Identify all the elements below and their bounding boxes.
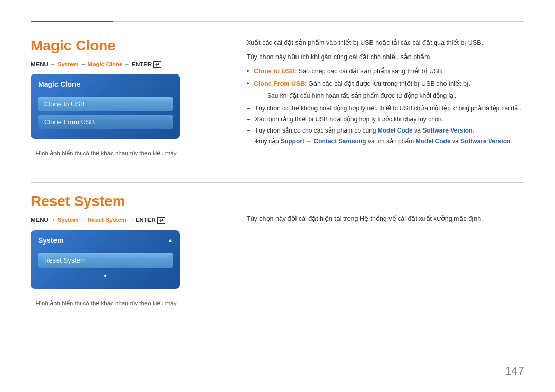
enter-icon2: ↵ — [157, 217, 165, 224]
reset-system-title: Reset System — [31, 193, 226, 210]
enter-icon: ↵ — [153, 61, 161, 68]
clone-to-usb-item[interactable]: Clone to USB — [38, 97, 173, 111]
extra-sublist: Tùy chọn có thể không hoạt động hợp lý n… — [247, 104, 524, 146]
reset-link: Reset System — [88, 217, 126, 223]
sub3: Xác định rằng thiết bị USB hoạt động hợp… — [247, 115, 524, 124]
sub2: Tùy chọn có thể không hoạt động hợp lý n… — [247, 104, 524, 114]
reset-system-item[interactable]: Reset System — [38, 253, 173, 268]
sub5: Truy cập Support → Contact Samsung và tì… — [255, 137, 524, 146]
sub5-prefix: Truy cập — [255, 138, 281, 145]
clone-to-usb-text: : Sao chép các cài đặt sản phẩm sang thi… — [295, 68, 444, 75]
divider-light — [113, 21, 524, 22]
arrow4: → — [128, 217, 136, 223]
divider-dark — [31, 21, 113, 22]
magic-clone-left: Magic Clone MENU → System → Magic Clone … — [31, 38, 226, 157]
magic-clone-box-title: Magic Clone — [38, 80, 173, 91]
sub4-and: và — [413, 127, 422, 134]
sub4-end: . — [473, 127, 474, 134]
top-dividers — [31, 21, 524, 22]
magic-clone-right: Xuất các cài đặt sản phẩm vào thiết bị U… — [247, 38, 524, 157]
sub5-arrow: → — [304, 138, 314, 145]
arrow2: → — [124, 61, 132, 67]
clone-from-usb-text: : Gán các cài đặt được lưu trong thiết b… — [305, 80, 470, 87]
magic-clone-section: Magic Clone MENU → System → Magic Clone … — [31, 38, 524, 157]
reset-system-menu-box: System ▲ Reset System ▼ — [31, 230, 180, 289]
bullet-clone-from-usb: Clone From USB: Gán các cài đặt được lưu… — [247, 79, 524, 101]
clone-from-usb-item[interactable]: Clone From USB — [38, 115, 173, 129]
sub5-dot: . — [510, 138, 512, 145]
sub4: Tùy chọn sẵn có cho các sản phẩm có cùng… — [247, 126, 524, 136]
sub5-support: Support — [281, 138, 304, 145]
sub4-model: Model Code — [378, 127, 413, 134]
down-arrow-icon: ▼ — [38, 272, 173, 279]
magic-clone-menu-box: Magic Clone Clone to USB Clone From USB — [31, 74, 180, 139]
reset-system-note: – Hình ảnh hiển thị có thể khác nhau tùy… — [31, 295, 180, 307]
reset-system-menu-path: MENU → System → Reset System → ENTER ↵ — [31, 217, 226, 223]
sub4-software: Software Version — [422, 127, 472, 134]
menu-label: MENU — [31, 61, 48, 67]
sub5-software2: Software Version — [460, 138, 510, 145]
system-link2: System — [58, 217, 79, 223]
reset-system-left: Reset System MENU → System → Reset Syste… — [31, 193, 226, 306]
magic-clone-title: Magic Clone — [31, 38, 226, 54]
clone-from-usb-label: Clone From USB — [254, 80, 305, 87]
reset-system-section: Reset System MENU → System → Reset Syste… — [31, 193, 524, 306]
section-divider — [31, 182, 524, 183]
menu-sep2: → — [50, 217, 58, 223]
up-arrow-icon: ▲ — [168, 237, 173, 243]
magic-clone-note: – Hình ảnh hiển thị có thể khác nhau tùy… — [31, 145, 180, 157]
system-box-title: System ▲ — [38, 236, 173, 248]
sub4-prefix1: Tùy chọn sẵn có cho các sản phẩm có cùng — [255, 127, 378, 134]
magic-clone-menu-path: MENU → System → Magic Clone → ENTER ↵ — [31, 61, 226, 68]
sub1: Sau khi đặt cấu hình hoàn tất, sản phẩm … — [259, 91, 524, 101]
enter-label2: ENTER — [136, 217, 156, 223]
arrow1: → — [80, 61, 88, 67]
magic-clone-desc2: Tùy chọn này hữu ích khi gán cùng cài đặ… — [247, 52, 524, 62]
reset-system-desc: Tùy chọn này đổi cài đặt hiện tại trong … — [247, 214, 524, 224]
reset-system-right: Tùy chọn này đổi cài đặt hiện tại trong … — [247, 193, 524, 306]
clone-from-usb-sublist: Sau khi đặt cấu hình hoàn tất, sản phẩm … — [259, 91, 524, 101]
magic-clone-bullets: Clone to USB: Sao chép các cài đặt sản p… — [247, 66, 524, 101]
bullet-clone-to-usb: Clone to USB: Sao chép các cài đặt sản p… — [247, 66, 524, 77]
page-number: 147 — [505, 364, 524, 378]
clone-to-usb-label: Clone to USB — [254, 68, 295, 75]
enter-label: ENTER — [132, 61, 152, 67]
system-link: System — [58, 61, 79, 67]
sub5-contact: Contact Samsung — [314, 138, 366, 145]
magic-clone-desc1: Xuất các cài đặt sản phẩm vào thiết bị U… — [247, 38, 524, 48]
menu-separator: → — [50, 61, 58, 67]
sub5-model: Model Code — [416, 138, 451, 145]
menu-label2: MENU — [31, 217, 48, 223]
sub5-text: và tìm sản phẩm — [366, 138, 416, 145]
magic-clone-link: Magic Clone — [88, 61, 123, 67]
sub5-and: và — [451, 138, 460, 145]
arrow3: → — [80, 217, 88, 223]
